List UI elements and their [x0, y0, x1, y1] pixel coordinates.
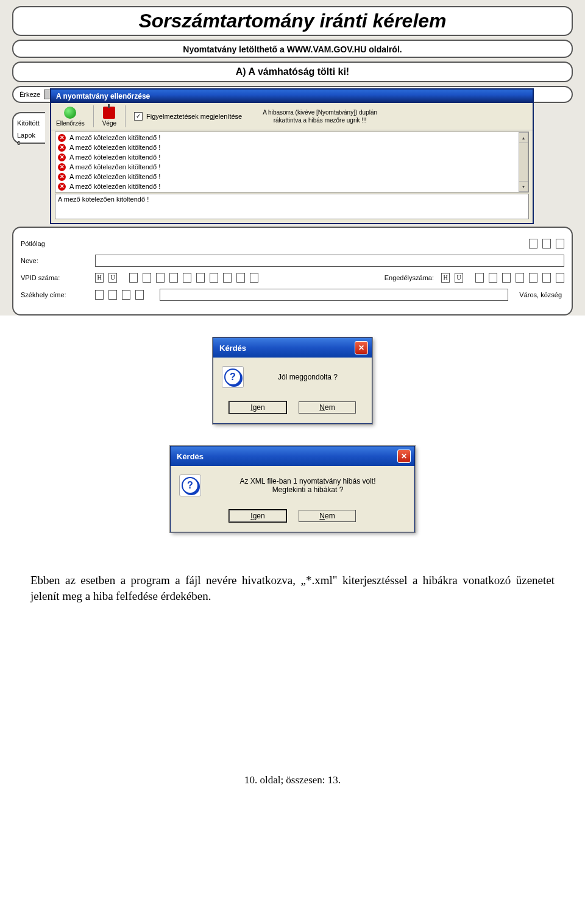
form-subtitle-panel: Nyomtatvány letölthető a WWW.VAM.GOV.HU … [12, 40, 573, 58]
potlolag-label: Pótlólag [21, 240, 57, 247]
form-cell[interactable] [475, 273, 484, 283]
close-button[interactable]: ✕ [397, 450, 411, 463]
error-list: ✕ A mező kötelezően kitöltendő ! ✕ A mez… [55, 132, 529, 192]
varos-label: Város, község [513, 291, 562, 298]
check-icon [64, 107, 76, 119]
form-cell[interactable] [156, 273, 165, 283]
dialog-message: Jól meggondolta ? [252, 373, 363, 381]
scroll-up-button[interactable]: ▴ [519, 132, 528, 143]
dialog-message-line2: Megtekinti a hibákat ? [210, 485, 406, 494]
form-cell[interactable] [135, 290, 144, 300]
checkbox-icon: ✓ [134, 112, 143, 121]
form-cell[interactable] [529, 273, 537, 283]
yes-button[interactable]: Igen [229, 401, 286, 414]
scrollbar[interactable]: ▴ ▾ [519, 132, 528, 192]
dialog-message-line1: Az XML file-ban 1 nyomtatvány hibás volt… [210, 477, 406, 485]
close-icon: ✕ [401, 452, 407, 460]
question-dialog-1: Kérdés ✕ ? Jól meggondolta ? Igen Nem [213, 337, 372, 424]
error-text: A mező kötelezően kitöltendő ! [69, 182, 160, 191]
form-cell[interactable] [108, 290, 117, 300]
dialog-titlebar[interactable]: Kérdés ✕ [213, 338, 372, 358]
error-icon: ✕ [58, 153, 66, 161]
validation-title: A nyomtatvány ellenőrzése [56, 92, 150, 101]
form-cell[interactable] [129, 273, 138, 283]
error-icon: ✕ [58, 163, 66, 171]
check-button-label: Ellenőrzés [56, 120, 85, 127]
section-a-heading: A) A vámhatóság tölti ki! [18, 65, 567, 79]
form-cell[interactable] [489, 273, 497, 283]
eng-prefix-h: H [441, 273, 450, 283]
error-text: A mező kötelezően kitöltendő ! [69, 152, 160, 162]
scroll-down-button[interactable]: ▾ [519, 181, 528, 192]
form-title: Sorszámtartomány iránti kérelem [18, 10, 567, 32]
error-text: A mező kötelezően kitöltendő ! [69, 172, 160, 182]
error-text: A mező kötelezően kitöltendő ! [69, 143, 160, 152]
hint-text: A hibasorra (kivéve [Nyomtatvány]) duplá… [263, 108, 377, 124]
form-cell[interactable] [529, 239, 537, 249]
validation-titlebar[interactable]: A nyomtatvány ellenőrzése [51, 90, 533, 103]
show-warnings-checkbox[interactable]: ✓ Figyelmeztetések megjelenítése [134, 112, 242, 121]
neve-input[interactable] [95, 255, 564, 267]
toolbar-separator [125, 105, 126, 127]
page-footer: 10. oldal; összesen: 13. [0, 616, 585, 799]
form-cell[interactable] [556, 239, 564, 249]
form-cell[interactable] [542, 273, 551, 283]
form-cell[interactable] [210, 273, 218, 283]
scroll-thumb[interactable] [519, 143, 528, 181]
kitolt-label: Kitöltött [17, 119, 40, 127]
checkbox-label: Figyelmeztetések megjelenítése [146, 113, 242, 120]
error-row[interactable]: ✕ A mező kötelezően kitöltendő ! [55, 152, 528, 162]
error-row[interactable]: ✕ A mező kötelezően kitöltendő ! [55, 182, 528, 191]
form-cell[interactable] [143, 273, 151, 283]
question-icon: ? [179, 474, 201, 496]
form-cell[interactable] [516, 273, 524, 283]
form-cell[interactable] [122, 290, 130, 300]
status-text: A mező kötelezően kitöltendő ! [58, 196, 149, 203]
question-dialog-2: Kérdés ✕ ? Az XML file-ban 1 nyomtatvány… [170, 446, 415, 532]
status-line: A mező kötelezően kitöltendő ! [55, 194, 529, 219]
error-icon: ✕ [58, 144, 66, 152]
vpid-prefix-h: H [95, 273, 104, 283]
error-icon: ✕ [58, 183, 66, 191]
error-row[interactable]: ✕ A mező kötelezően kitöltendő ! [55, 172, 528, 182]
form-cell[interactable] [236, 273, 245, 283]
form-cell[interactable] [542, 239, 551, 249]
error-icon: ✕ [58, 134, 66, 142]
toolbar-separator [93, 105, 94, 127]
dialogs-area: Kérdés ✕ ? Jól meggondolta ? Igen Nem Ké… [0, 319, 585, 560]
validation-window: A nyomtatvány ellenőrzése Ellenőrzés Vég… [50, 88, 534, 224]
error-text: A mező kötelezően kitöltendő ! [69, 162, 160, 172]
dialog-titlebar[interactable]: Kérdés ✕ [171, 446, 414, 466]
error-row[interactable]: ✕ A mező kötelezően kitöltendő ! [55, 143, 528, 152]
error-icon: ✕ [58, 173, 66, 181]
hint-line-1: A hibasorra (kivéve [Nyomtatvány]) duplá… [263, 108, 377, 116]
section-a-panel: A) A vámhatóság tölti ki! [12, 62, 573, 82]
neve-label: Neve: [21, 257, 88, 264]
error-row[interactable]: ✕ A mező kötelezően kitöltendő ! [55, 133, 528, 143]
form-cell[interactable] [250, 273, 258, 283]
form-cell[interactable] [223, 273, 232, 283]
close-icon: ✕ [358, 344, 364, 352]
form-cell[interactable] [95, 290, 104, 300]
vpid-label: VPID száma: [21, 274, 88, 281]
no-button[interactable]: Nem [299, 401, 356, 414]
no-button[interactable]: Nem [299, 510, 356, 522]
form-cell[interactable] [556, 273, 564, 283]
form-subtitle: Nyomtatvány letölthető a WWW.VAM.GOV.HU … [18, 44, 567, 54]
close-button[interactable]: ✕ [355, 341, 368, 354]
form-cell[interactable] [502, 273, 511, 283]
document-paragraph: Ebben az esetben a program a fájl nevére… [0, 560, 585, 616]
form-cell[interactable] [196, 273, 205, 283]
dialog-title: Kérdés [177, 452, 204, 461]
form-cell[interactable] [169, 273, 178, 283]
end-button[interactable]: Vége [102, 107, 116, 127]
hint-line-2: rákattintva a hibás mezőre ugrik !!! [263, 116, 377, 124]
erkezes-label: Érkeze [20, 91, 40, 98]
check-button[interactable]: Ellenőrzés [56, 107, 85, 127]
szekhely-input[interactable] [160, 289, 508, 301]
yes-button[interactable]: Igen [229, 510, 286, 522]
form-cell[interactable] [183, 273, 191, 283]
dialog-title: Kérdés [219, 344, 246, 353]
dialog-message: Az XML file-ban 1 nyomtatvány hibás volt… [210, 477, 406, 494]
error-row[interactable]: ✕ A mező kötelezően kitöltendő ! [55, 162, 528, 172]
